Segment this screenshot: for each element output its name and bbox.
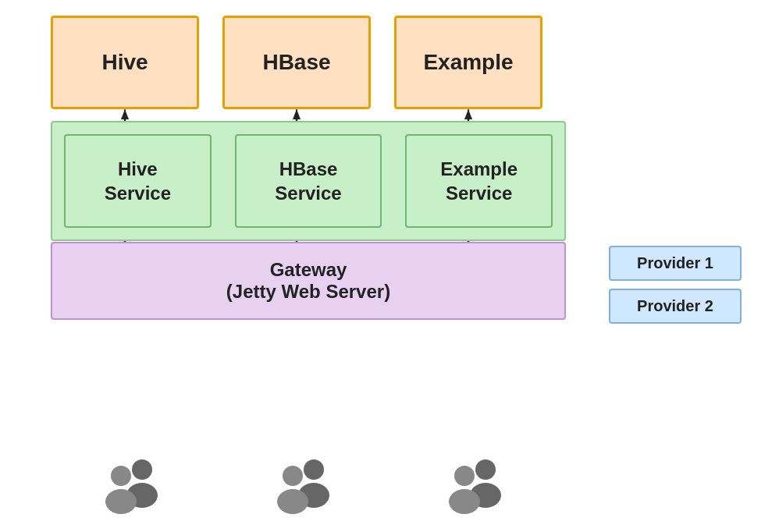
provider-1-label: Provider 1 — [637, 254, 713, 272]
example-service-box: ExampleService — [405, 134, 553, 228]
middle-row: HiveService HBaseService ExampleService — [64, 134, 553, 228]
top-row: Hive HBase Example — [51, 16, 542, 109]
provider-2-box: Provider 2 — [609, 289, 742, 324]
hive-box: Hive — [51, 16, 199, 109]
svg-point-28 — [277, 489, 308, 514]
hbase-label: HBase — [262, 50, 330, 75]
person-front-icon-3 — [449, 464, 492, 515]
person-front-icon-2 — [277, 464, 320, 515]
diagram-area: Hive HBase Example HiveService HBaseServ… — [0, 0, 779, 532]
provider-1-box: Provider 1 — [609, 246, 742, 281]
svg-point-32 — [449, 489, 480, 514]
hbase-service-box: HBaseService — [235, 134, 382, 228]
svg-marker-12 — [293, 109, 301, 119]
hbase-service-label: HBaseService — [275, 157, 341, 205]
user-groups — [51, 458, 566, 516]
user-group-2 — [277, 458, 340, 516]
services-container: HiveService HBaseService ExampleService — [51, 121, 566, 241]
svg-point-31 — [454, 466, 475, 486]
hive-service-label: HiveService — [105, 157, 171, 205]
provider-2-label: Provider 2 — [637, 297, 713, 315]
hbase-box: HBase — [222, 16, 371, 109]
person-front-icon-1 — [105, 464, 148, 515]
gateway-line1: Gateway — [270, 259, 347, 281]
svg-point-24 — [105, 489, 137, 514]
svg-marker-10 — [121, 109, 129, 119]
gateway-line2: (Jetty Web Server) — [226, 281, 390, 303]
svg-point-27 — [283, 466, 303, 486]
example-service-label: ExampleService — [440, 157, 518, 205]
hive-service-box: HiveService — [64, 134, 212, 228]
svg-marker-14 — [464, 109, 472, 119]
example-box: Example — [394, 16, 542, 109]
svg-point-23 — [111, 466, 131, 486]
hive-label: Hive — [101, 50, 148, 75]
user-group-3 — [449, 458, 511, 516]
example-label: Example — [423, 50, 513, 75]
gateway-box: Gateway (Jetty Web Server) — [51, 242, 566, 320]
user-group-1 — [105, 458, 168, 516]
